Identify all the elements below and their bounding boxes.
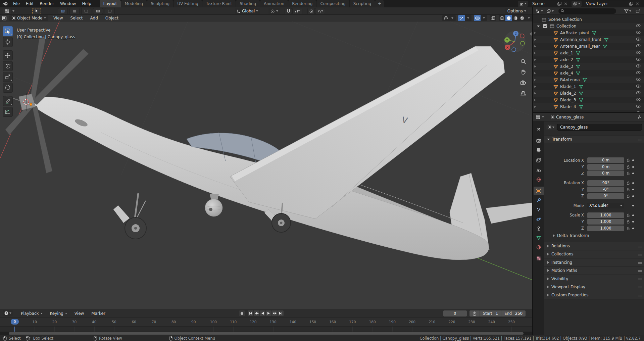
properties-tab-tool[interactable] xyxy=(534,125,544,134)
sidebar-expand-arrow[interactable] xyxy=(530,32,532,36)
properties-tab-physics[interactable] xyxy=(534,215,544,224)
viewport-menu-view[interactable]: View xyxy=(50,14,66,22)
properties-tab-object[interactable] xyxy=(534,187,544,195)
eye-icon[interactable] xyxy=(636,57,641,61)
object-name-input[interactable] xyxy=(557,124,642,131)
object-name-label[interactable]: Blade_1 xyxy=(560,84,576,89)
object-name-label[interactable]: Blade_4 xyxy=(560,104,576,109)
tab-animation[interactable]: Animation xyxy=(260,0,288,7)
show-gizmo-toggle[interactable] xyxy=(458,15,465,21)
hide-toggle[interactable] xyxy=(636,64,641,69)
hide-toggle[interactable] xyxy=(636,78,641,82)
value-field[interactable]: 1.000 xyxy=(587,226,624,231)
eye-icon[interactable] xyxy=(636,91,641,95)
object-name-label[interactable]: axle_2 xyxy=(560,57,573,62)
expand-arrow-icon[interactable] xyxy=(535,39,536,41)
select-mode-set[interactable] xyxy=(58,8,68,14)
lock-button[interactable] xyxy=(624,181,632,185)
animate-dot[interactable] xyxy=(632,195,634,197)
animate-dot[interactable] xyxy=(632,173,634,174)
value-field[interactable]: 0 m xyxy=(587,157,624,163)
object-name-label[interactable]: AirBrake_pivot xyxy=(560,31,589,35)
scene-name-field[interactable]: Scene xyxy=(530,1,569,7)
properties-editor-type-button[interactable] xyxy=(536,113,544,121)
properties-tab-object-data[interactable] xyxy=(534,234,544,242)
current-frame-field[interactable]: 0 xyxy=(443,310,467,316)
show-object-types-button[interactable] xyxy=(442,15,449,21)
eye-icon[interactable] xyxy=(636,84,641,88)
pivot-point-dropdown[interactable] xyxy=(268,8,280,14)
transform-orientation-dropdown[interactable]: Global xyxy=(235,8,260,14)
shading-solid-button[interactable] xyxy=(505,15,512,21)
eye-icon[interactable] xyxy=(636,98,641,101)
outliner-row-object[interactable]: axle_2 xyxy=(533,56,644,63)
airplane-model[interactable]: V xyxy=(5,36,532,260)
eye-icon[interactable] xyxy=(636,44,641,48)
lock-open-icon[interactable] xyxy=(627,158,630,162)
add-workspace-button[interactable]: + xyxy=(375,0,384,7)
animate-dot[interactable] xyxy=(632,221,634,223)
object-name-label[interactable]: axle_3 xyxy=(560,64,573,69)
object-name-label[interactable]: BAntenna xyxy=(560,78,580,82)
gizmo-z-neg-ball[interactable] xyxy=(512,48,516,52)
expand-arrow-icon[interactable] xyxy=(535,65,536,67)
expand-arrow-icon[interactable] xyxy=(535,72,536,74)
chevron-down-icon[interactable] xyxy=(526,15,532,21)
scrollbar-handle[interactable] xyxy=(9,332,524,335)
outliner-row-object[interactable]: Blade_1 xyxy=(533,83,644,90)
outliner-search-input[interactable] xyxy=(558,8,616,14)
animate-dot[interactable] xyxy=(632,214,634,216)
hide-toggle[interactable] xyxy=(636,51,641,55)
outliner-row-object[interactable]: Blade_3 xyxy=(533,97,644,103)
navigation-gizmo[interactable]: Z Y X xyxy=(504,31,526,52)
lock-button[interactable] xyxy=(624,172,632,175)
expand-arrow-icon[interactable] xyxy=(535,79,536,81)
jump-to-end-button[interactable] xyxy=(278,310,284,316)
panel-grip-icon[interactable] xyxy=(638,279,639,279)
timeline-ruler[interactable]: 0102030405060708090100110120130140150160… xyxy=(0,318,532,327)
chevron-down-icon[interactable] xyxy=(449,15,456,21)
lock-open-icon[interactable] xyxy=(627,165,630,169)
play-button[interactable] xyxy=(266,310,271,316)
menu-help[interactable]: Help xyxy=(79,0,94,7)
value-field[interactable]: 90° xyxy=(587,180,624,186)
tool-cursor[interactable] xyxy=(3,37,13,47)
tab-sculpting[interactable]: Sculpting xyxy=(147,0,173,7)
gizmo-x-neg-ball[interactable] xyxy=(520,34,524,38)
panel-grip-icon[interactable] xyxy=(639,139,639,140)
panel-grip-icon[interactable] xyxy=(638,287,639,287)
section-instancing[interactable]: Instancing xyxy=(544,258,644,266)
next-keyframe-button[interactable] xyxy=(272,310,278,316)
active-tool-button[interactable] xyxy=(32,8,41,14)
lock-open-icon[interactable] xyxy=(627,188,630,191)
editor-type-button[interactable] xyxy=(2,15,7,21)
properties-tab-view-layer[interactable] xyxy=(534,156,544,165)
tab-texture-paint[interactable]: Texture Paint xyxy=(202,0,236,7)
outliner-view-layer-dropdown[interactable] xyxy=(546,8,554,14)
start-frame-field[interactable]: Start 1 xyxy=(480,310,501,316)
tab-shading[interactable]: Shading xyxy=(236,0,260,7)
value-field[interactable]: 0° xyxy=(587,193,624,199)
section-motion-paths[interactable]: Motion Paths xyxy=(544,266,644,275)
hide-toggle[interactable] xyxy=(636,24,641,29)
lock-open-icon[interactable] xyxy=(627,181,630,185)
properties-tab-render[interactable] xyxy=(534,136,544,145)
section-visibility[interactable]: Visibility xyxy=(544,275,644,283)
hide-toggle[interactable] xyxy=(636,37,641,42)
tab-uv-editing[interactable]: UV Editing xyxy=(174,0,202,7)
tab-scripting[interactable]: Scripting xyxy=(350,0,375,7)
hide-toggle[interactable] xyxy=(636,31,641,35)
gizmo-y-neg-ball[interactable] xyxy=(521,41,525,45)
outliner-display-mode-dropdown[interactable] xyxy=(536,8,543,14)
lock-button[interactable] xyxy=(624,158,632,162)
object-name-label[interactable]: Antenna_small_rear xyxy=(560,44,600,49)
chevron-down-icon[interactable] xyxy=(481,15,487,21)
snap-target-dropdown[interactable] xyxy=(292,8,302,14)
shading-wireframe-button[interactable] xyxy=(499,15,505,21)
perspective-toggle-button[interactable] xyxy=(519,91,527,97)
object-name-label[interactable]: Blade_2 xyxy=(560,91,576,96)
outliner-row-object[interactable]: Antenna_small_front xyxy=(533,36,644,43)
lock-open-icon[interactable] xyxy=(627,172,630,175)
expand-arrow-icon[interactable] xyxy=(535,52,536,54)
value-field[interactable]: -0° xyxy=(587,187,624,192)
